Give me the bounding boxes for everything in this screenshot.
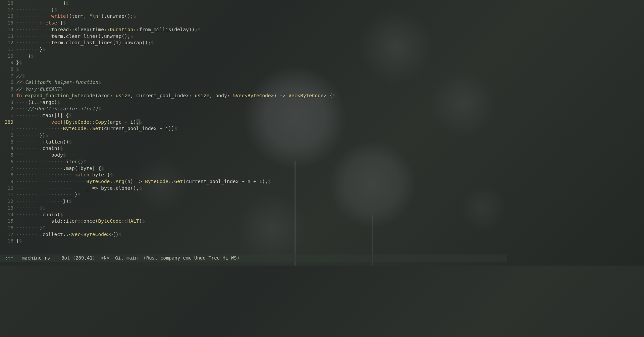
- code-content[interactable]: ············std::iter::once(ByteCode::HA…: [16, 218, 504, 225]
- code-token: std::iter::once(: [51, 218, 98, 224]
- code-content[interactable]: ················})$: [16, 198, 504, 205]
- code-content[interactable]: ····//·don't·need·to·.iter()$: [16, 106, 504, 112]
- code-line[interactable]: 5············body$: [0, 152, 504, 159]
- code-content[interactable]: ················.map(|byte| {$: [16, 165, 504, 172]
- code-token: }: [40, 47, 43, 52]
- code-line[interactable]: 10····}$: [0, 53, 504, 60]
- code-line[interactable]: 4fn expand_function_bytecode(argc: usize…: [0, 93, 504, 99]
- code-content[interactable]: ············vec![ByteCode::Copy(argc - i…: [16, 119, 504, 126]
- eol-marker: $: [69, 113, 72, 118]
- whitespace: ····: [16, 100, 28, 105]
- code-content[interactable]: ····················match byte {$: [16, 172, 504, 178]
- code-line[interactable]: 16········)$: [0, 225, 504, 231]
- code-token: .chain(: [40, 212, 60, 217]
- whitespace: ····················: [16, 172, 75, 177]
- code-line[interactable]: 5//·Very·ELEGANT$: [0, 86, 504, 93]
- code-content[interactable]: //$: [16, 73, 504, 79]
- code-content[interactable]: ········)$: [16, 225, 504, 231]
- whitespace: ············: [16, 218, 51, 224]
- code-content[interactable]: //·Calltopfn·helper·function$: [16, 79, 504, 86]
- code-content[interactable]: ············thread::sleep(time::Duration…: [16, 26, 504, 33]
- code-content[interactable]: ················ByteCode::Set(current_po…: [16, 125, 504, 132]
- code-line[interactable]: 16············write!(term, "\n").unwrap(…: [0, 13, 504, 20]
- code-line[interactable]: 8····················match byte {$: [0, 172, 504, 178]
- code-line[interactable]: 13········)$: [0, 205, 504, 212]
- code-content[interactable]: ········.flatten()$: [16, 139, 504, 146]
- code-line[interactable]: 6//·Calltopfn·helper·function$: [0, 79, 504, 86]
- code-line[interactable]: 11········}$: [0, 46, 504, 53]
- code-content[interactable]: $: [16, 66, 504, 73]
- code-line[interactable]: 15········} else {$: [0, 20, 504, 26]
- code-content[interactable]: ········.collect::<Vec<ByteCode>>()$: [16, 231, 504, 238]
- code-content[interactable]: fn expand_function_bytecode(argc: usize,…: [16, 93, 504, 99]
- code-content[interactable]: }$: [16, 59, 504, 66]
- line-number: 8: [0, 66, 16, 73]
- code-content[interactable]: ········})$: [16, 132, 504, 139]
- code-content[interactable]: ········} else {$: [16, 20, 504, 26]
- code-line[interactable]: 1········.map(|i| {$: [0, 112, 504, 119]
- code-content[interactable]: ········}$: [16, 46, 504, 53]
- code-token: ::: [89, 119, 95, 125]
- line-number: 5: [0, 86, 16, 93]
- code-content[interactable]: ············body$: [16, 152, 504, 159]
- code-token: Arg: [116, 179, 124, 184]
- code-line[interactable]: 2····//·don't·need·to·.iter()$: [0, 106, 504, 112]
- code-content[interactable]: ························_ => byte.clone(…: [16, 185, 504, 192]
- code-line[interactable]: 13············term.clear_line().unwrap()…: [0, 33, 504, 40]
- code-line[interactable]: 6················.iter()$: [0, 159, 504, 165]
- code-content[interactable]: ····················}$: [16, 191, 504, 198]
- modeline-filename: machine.rs: [22, 255, 50, 262]
- code-line[interactable]: 12················})$: [0, 198, 504, 205]
- whitespace: ········: [16, 225, 40, 230]
- code-line[interactable]: 17········.collect::<Vec<ByteCode>>()$: [0, 231, 504, 238]
- code-line[interactable]: 4········.chain($: [0, 145, 504, 152]
- code-content[interactable]: //·Very·ELEGANT$: [16, 86, 504, 93]
- code-line[interactable]: 18················}$: [0, 0, 504, 7]
- line-number: 10: [0, 185, 16, 192]
- code-line[interactable]: 18}$: [0, 238, 504, 244]
- code-line[interactable]: 289············vec![ByteCode::Copy(argc …: [0, 119, 504, 126]
- code-line[interactable]: 8$: [0, 66, 504, 73]
- code-line[interactable]: 7················.map(|byte| {$: [0, 165, 504, 172]
- eol-marker: $: [139, 185, 142, 191]
- code-line[interactable]: 11····················}$: [0, 191, 504, 198]
- code-content[interactable]: ········.chain($: [16, 212, 504, 218]
- code-token: current_pool_index: [136, 93, 189, 98]
- code-content[interactable]: ········)$: [16, 205, 504, 212]
- code-content[interactable]: ····(1..=argc)$: [16, 99, 504, 106]
- code-line[interactable]: 7//$: [0, 73, 504, 79]
- code-line[interactable]: 10························_ => byte.clon…: [0, 185, 504, 192]
- code-line[interactable]: 2········})$: [0, 132, 504, 139]
- code-line[interactable]: 14············thread::sleep(time::Durati…: [0, 26, 504, 33]
- code-content[interactable]: ····}$: [16, 53, 504, 60]
- code-line[interactable]: 14········.chain($: [0, 212, 504, 218]
- code-content[interactable]: ············}$: [16, 7, 504, 13]
- code-line[interactable]: 9}$: [0, 59, 504, 66]
- line-number: 5: [0, 152, 16, 159]
- code-line[interactable]: 12············term.clear_last_lines(1).u…: [0, 40, 504, 46]
- code-token: ): [40, 205, 43, 211]
- code-content[interactable]: ········.chain($: [16, 145, 504, 152]
- code-content[interactable]: }$: [16, 238, 504, 244]
- code-line[interactable]: 1················ByteCode::Set(current_p…: [0, 125, 504, 132]
- code-line[interactable]: 3····(1..=argc)$: [0, 99, 504, 106]
- code-content[interactable]: ················.iter()$: [16, 159, 504, 165]
- code-editor[interactable]: 18················}$17············}$16··…: [0, 0, 507, 244]
- line-number: 18: [0, 238, 16, 244]
- code-content[interactable]: ················}$: [16, 0, 504, 7]
- line-number: 289: [0, 119, 16, 126]
- code-token: }: [40, 20, 45, 25]
- code-content[interactable]: ············term.clear_line().unwrap();$: [16, 33, 504, 40]
- code-content[interactable]: ············term.clear_last_lines(1).unw…: [16, 40, 504, 46]
- code-line[interactable]: 3········.flatten()$: [0, 139, 504, 146]
- code-content[interactable]: ············write!(term, "\n").unwrap();…: [16, 13, 504, 20]
- whitespace: ················: [16, 166, 63, 171]
- code-line[interactable]: 9························ByteCode::Arg(n…: [0, 178, 504, 185]
- code-line[interactable]: 15············std::iter::once(ByteCode::…: [0, 218, 504, 225]
- code-token: .map(|: [63, 166, 80, 171]
- code-token: ::: [168, 179, 174, 184]
- code-content[interactable]: ························ByteCode::Arg(n)…: [16, 178, 504, 185]
- eol-marker: $: [60, 86, 63, 92]
- code-line[interactable]: 17············}$: [0, 7, 504, 13]
- code-content[interactable]: ········.map(|i| {$: [16, 112, 504, 119]
